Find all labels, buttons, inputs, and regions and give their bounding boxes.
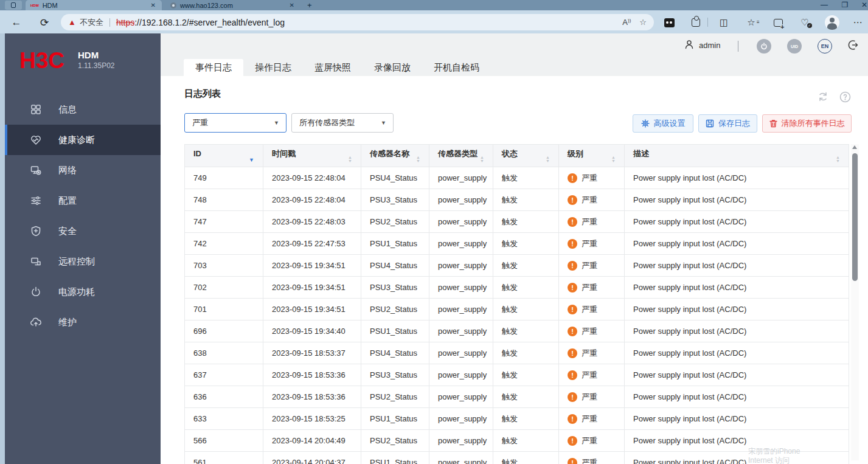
shield-icon bbox=[29, 225, 43, 237]
more-menu-icon[interactable]: ⋯ bbox=[849, 14, 866, 31]
cell-status: 触发 bbox=[493, 364, 559, 386]
save-log-button[interactable]: 保存日志 bbox=[698, 114, 757, 133]
sidebar-item-maintenance[interactable]: 维护 bbox=[5, 307, 161, 338]
alert-icon: ! bbox=[568, 261, 577, 271]
cell-level: !严重 bbox=[559, 255, 625, 277]
cell-timestamp: 2023-09-15 22:48:04 bbox=[263, 167, 361, 189]
userbar-separator bbox=[738, 41, 738, 52]
address-bar[interactable]: ▲ 不安全 https ://192.168.1.2/#server_healt… bbox=[61, 14, 654, 30]
table-row[interactable]: 703 2023-09-15 19:34:51 PSU4_Status powe… bbox=[185, 255, 849, 277]
scrollbar-thumb[interactable] bbox=[852, 153, 858, 281]
table-row[interactable]: 749 2023-09-15 22:48:04 PSU4_Status powe… bbox=[185, 167, 849, 189]
table-row[interactable]: 702 2023-09-15 19:34:51 PSU3_Status powe… bbox=[185, 277, 849, 299]
col-header-timestamp[interactable]: 时间戳▲▼ bbox=[263, 145, 361, 167]
sidebar-item-security[interactable]: 安全 bbox=[5, 216, 161, 246]
cell-status: 触发 bbox=[493, 452, 559, 464]
cell-sensor-name: PSU4_Status bbox=[361, 255, 429, 277]
alert-icon: ! bbox=[568, 217, 577, 227]
user-bar: admin UID EN bbox=[161, 33, 868, 59]
col-header-id[interactable]: ID▼ bbox=[185, 145, 263, 167]
cell-level: !严重 bbox=[559, 189, 625, 211]
tab-close-icon[interactable]: ✕ bbox=[288, 2, 296, 9]
split-screen-icon[interactable]: ◫ bbox=[715, 14, 732, 31]
sliders-icon bbox=[29, 195, 43, 207]
sensor-type-filter-select[interactable]: 所有传感器类型 ▼ bbox=[291, 113, 394, 133]
profile-avatar[interactable] bbox=[824, 14, 841, 31]
cloud-upload-icon bbox=[29, 316, 43, 328]
cell-sensor-name: PSU1_Status bbox=[361, 320, 429, 342]
collections-icon[interactable] bbox=[769, 14, 786, 31]
favorite-star-icon[interactable]: ☆ bbox=[639, 18, 647, 27]
table-row[interactable]: 742 2023-09-15 22:47:53 PSU1_Status powe… bbox=[185, 233, 849, 255]
tab-close-icon[interactable]: ✕ bbox=[150, 2, 157, 9]
alert-icon: ! bbox=[568, 239, 577, 249]
tab-video-replay[interactable]: 录像回放 bbox=[363, 59, 422, 76]
table-row[interactable]: 633 2023-09-15 18:53:25 PSU1_Status powe… bbox=[185, 408, 849, 430]
sidebar-item-label: 健康诊断 bbox=[58, 134, 95, 146]
cell-id: 637 bbox=[185, 364, 263, 386]
favorites-icon[interactable]: ☆≡ bbox=[743, 14, 760, 31]
sidebar-item-label: 网络 bbox=[58, 165, 77, 176]
sidebar-item-label: 维护 bbox=[58, 317, 77, 328]
col-header-level[interactable]: 级别▲▼ bbox=[559, 145, 625, 167]
sidebar-item-config[interactable]: 配置 bbox=[5, 185, 161, 216]
table-header-row: ID▼ 时间戳▲▼ 传感器名称▲▼ 传感器类型▲▼ 状态▲▼ 级别▲▼ 描述▲▼ bbox=[185, 145, 849, 167]
col-header-description[interactable]: 描述▲▼ bbox=[625, 145, 849, 167]
extensions-puzzle-icon[interactable] bbox=[687, 14, 704, 31]
close-window-icon[interactable]: ✕ bbox=[856, 1, 868, 9]
advanced-settings-button[interactable]: 高级设置 bbox=[633, 114, 693, 133]
username-label[interactable]: admin bbox=[699, 41, 720, 50]
cell-id: 703 bbox=[185, 255, 263, 277]
new-tab-button[interactable]: + bbox=[307, 1, 312, 10]
tab-actions-button[interactable] bbox=[5, 1, 22, 10]
minimize-icon[interactable]: — bbox=[816, 1, 832, 9]
browser-tab-hao123[interactable]: www.hao123.com ✕ bbox=[165, 0, 300, 10]
language-badge[interactable]: EN bbox=[818, 39, 832, 54]
heart-pulse-icon bbox=[29, 134, 43, 146]
tab-event-log[interactable]: 事件日志 bbox=[184, 59, 243, 76]
tab-bluescreen-snapshot[interactable]: 蓝屏快照 bbox=[303, 59, 363, 76]
table-row[interactable]: 638 2023-09-15 18:53:37 PSU4_Status powe… bbox=[185, 342, 849, 364]
table-row[interactable]: 637 2023-09-15 18:53:36 PSU3_Status powe… bbox=[185, 364, 849, 386]
col-header-sensor-type[interactable]: 传感器类型▲▼ bbox=[429, 145, 493, 167]
pinned-extension-icon[interactable] bbox=[661, 14, 678, 31]
restore-icon[interactable]: ❐ bbox=[837, 1, 853, 9]
col-header-status[interactable]: 状态▲▼ bbox=[493, 145, 559, 167]
sidebar-item-power[interactable]: 电源功耗 bbox=[5, 277, 161, 307]
power-control-icon[interactable] bbox=[757, 39, 771, 54]
refresh-page-icon[interactable]: ⟳ bbox=[36, 15, 52, 30]
browser-essentials-icon[interactable]: ♡✓ bbox=[796, 14, 813, 31]
col-header-sensor-name[interactable]: 传感器名称▲▼ bbox=[361, 145, 429, 167]
alert-icon: ! bbox=[568, 305, 577, 314]
clear-all-logs-button[interactable]: 清除所有事件日志 bbox=[762, 114, 852, 133]
logout-icon[interactable] bbox=[847, 39, 859, 51]
table-row[interactable]: 701 2023-09-15 19:34:51 PSU2_Status powe… bbox=[185, 299, 849, 320]
cell-status: 触发 bbox=[493, 211, 559, 233]
scroll-up-icon[interactable] bbox=[852, 145, 857, 149]
table-row[interactable]: 748 2023-09-15 22:48:04 PSU3_Status powe… bbox=[185, 189, 849, 211]
severity-filter-select[interactable]: 严重 ▼ bbox=[184, 113, 286, 133]
tab-operation-log[interactable]: 操作日志 bbox=[243, 59, 303, 76]
read-aloud-icon[interactable]: A)) bbox=[622, 18, 631, 27]
cell-timestamp: 2023-09-15 19:34:51 bbox=[263, 255, 361, 277]
save-icon bbox=[706, 119, 714, 128]
uid-badge[interactable]: UID bbox=[787, 39, 802, 54]
help-icon[interactable] bbox=[838, 90, 852, 103]
tab-post-code[interactable]: 开机自检码 bbox=[422, 59, 491, 76]
cell-sensor-name: PSU4_Status bbox=[361, 167, 429, 189]
table-row[interactable]: 696 2023-09-15 19:34:40 PSU1_Status powe… bbox=[185, 320, 849, 342]
table-row[interactable]: 636 2023-09-15 18:53:36 PSU2_Status powe… bbox=[185, 386, 849, 408]
back-icon[interactable]: ← bbox=[9, 15, 24, 30]
sidebar-item-info[interactable]: 信息 bbox=[5, 94, 161, 125]
sort-icon: ▲▼ bbox=[611, 156, 616, 163]
sidebar-item-network[interactable]: 网络 bbox=[5, 155, 161, 185]
refresh-icon[interactable] bbox=[816, 90, 830, 103]
sidebar-item-remote-control[interactable]: 远程控制 bbox=[5, 246, 161, 277]
sidebar-item-health[interactable]: 健康诊断 bbox=[5, 125, 161, 155]
cell-sensor-type: power_supply bbox=[429, 167, 493, 189]
browser-tab-hdm[interactable]: HDM HDM ✕ bbox=[26, 0, 162, 10]
table-scrollbar[interactable] bbox=[851, 144, 859, 460]
cell-status: 触发 bbox=[493, 408, 559, 430]
cell-sensor-name: PSU2_Status bbox=[361, 430, 429, 452]
table-row[interactable]: 747 2023-09-15 22:48:03 PSU2_Status powe… bbox=[185, 211, 849, 233]
